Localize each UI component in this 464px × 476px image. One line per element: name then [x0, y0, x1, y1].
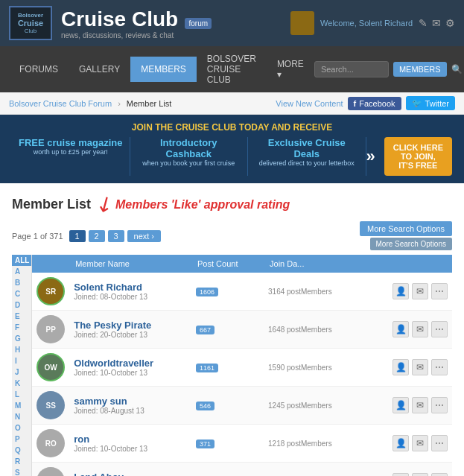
table-row: SSsammy sunJoined: 08-August 135461245 p… [32, 387, 452, 425]
action-icon-button[interactable]: 👤 [393, 435, 409, 451]
member-group[interactable]: Members [301, 326, 332, 334]
action-icon-button[interactable]: ⋯ [431, 397, 448, 413]
next-page-button[interactable]: next › [127, 230, 162, 242]
alpha-e[interactable]: E [12, 311, 31, 322]
member-group[interactable]: Members [301, 364, 332, 372]
posts-group-cell: 1218 postMembers [264, 425, 363, 463]
alpha-p[interactable]: P [12, 434, 31, 445]
action-icons: 👤✉⋯ [369, 321, 448, 337]
forum-badge: forum [185, 18, 212, 29]
mail-icon[interactable]: ✉ [432, 17, 441, 29]
alpha-l[interactable]: L [12, 389, 31, 400]
member-group[interactable]: Members [301, 288, 332, 296]
action-icons: 👤✉⋯ [369, 397, 448, 413]
action-icons: 👤✉⋯ [369, 473, 448, 476]
alpha-d[interactable]: D [12, 299, 31, 311]
alpha-m[interactable]: M [12, 400, 31, 411]
alpha-n[interactable]: N [12, 411, 31, 422]
action-icon-button[interactable]: ⋯ [431, 321, 448, 337]
action-icon-button[interactable]: ⋯ [431, 435, 448, 451]
alpha-g[interactable]: G [12, 333, 31, 344]
alpha-r[interactable]: R [12, 456, 31, 467]
alpha-c[interactable]: C [12, 288, 31, 299]
annotation-area: ↗ Members 'Like' approval rating [97, 192, 290, 217]
site-header: Bolsover Cruise Club Cruise Club forum n… [0, 0, 464, 46]
action-icon-button[interactable]: 👤 [393, 473, 409, 476]
action-icon-button[interactable]: ✉ [412, 321, 428, 337]
action-icon-button[interactable]: ✉ [412, 283, 428, 299]
cta-button[interactable]: CLICK HERE TO JOIN, IT'S FREE [384, 137, 452, 176]
twitter-button[interactable]: 🐦 Twitter [406, 96, 455, 110]
alpha-q[interactable]: Q [12, 445, 31, 456]
nav-bolsover[interactable]: BOLSOVER CRUISE CLUB [197, 46, 267, 92]
alpha-b[interactable]: B [12, 277, 31, 288]
avatar: LA [36, 467, 65, 476]
action-icon-button[interactable]: ⋯ [431, 473, 448, 476]
action-icon-button[interactable]: ✉ [412, 435, 428, 451]
search-icon[interactable]: 🔍 [451, 64, 463, 74]
member-info-cell: OldworldtravellerJoined: 10-October 13 [69, 349, 191, 387]
facebook-button[interactable]: f Facebook [348, 97, 401, 110]
nav-more[interactable]: MORE ▾ [267, 51, 314, 87]
action-icon-button[interactable]: 👤 [393, 359, 409, 375]
member-name[interactable]: Land Ahoy [74, 472, 187, 476]
action-icon-button[interactable]: 👤 [393, 321, 409, 337]
breadcrumb-home[interactable]: Bolsover Cruise Club Forum [9, 99, 112, 108]
breadcrumb-current: Member List [127, 99, 172, 108]
alpha-o[interactable]: O [12, 422, 31, 434]
page-2-button[interactable]: 2 [89, 230, 105, 242]
alpha-i[interactable]: I [12, 355, 31, 366]
post-count-cell: 1606 [191, 273, 264, 311]
post-count-text: 1245 post [268, 402, 301, 410]
member-group[interactable]: Members [301, 439, 332, 448]
col-member-name[interactable]: Member Name [69, 255, 191, 273]
action-icon-button[interactable]: ⋯ [431, 283, 448, 299]
page-1-button[interactable]: 1 [69, 230, 86, 242]
page-info: Page 1 of 371 [12, 232, 63, 241]
alpha-f[interactable]: F [12, 322, 31, 333]
action-icon-button[interactable]: ✉ [412, 397, 428, 413]
action-icon-button[interactable]: ✉ [412, 473, 428, 476]
search-input[interactable] [314, 61, 389, 77]
col-post-count[interactable]: Post Count [191, 255, 264, 273]
post-count-badge: 1161 [196, 364, 218, 372]
page-3-button[interactable]: 3 [108, 230, 124, 242]
more-search-options-button[interactable]: More Search Options [360, 221, 452, 236]
members-button[interactable]: MEMBERS [393, 62, 447, 77]
view-new-content-link[interactable]: View New Content [276, 99, 343, 108]
action-icon-button[interactable]: ⋯ [431, 359, 448, 375]
breadcrumb-right: View New Content f Facebook 🐦 Twitter [276, 96, 455, 110]
posts-group-cell: 1648 postMembers [264, 311, 363, 349]
alpha-j[interactable]: J [12, 366, 31, 378]
banner-col-magazine: FREE cruise magazine worth up to £25 per… [12, 137, 130, 176]
alpha-s[interactable]: S [12, 467, 31, 476]
settings-icon[interactable]: ⚙ [445, 17, 455, 29]
action-icon-button[interactable]: 👤 [393, 283, 409, 299]
nav-gallery[interactable]: GALLERY [69, 57, 130, 82]
edit-icon[interactable]: ✎ [419, 17, 428, 29]
member-meta: Joined: 10-October 13 [74, 369, 187, 377]
col-join-date[interactable]: Join Da... [264, 255, 363, 273]
site-logo[interactable]: Bolsover Cruise Club [9, 6, 52, 40]
alpha-a[interactable]: A [12, 266, 31, 277]
action-icon-button[interactable]: ✉ [412, 359, 428, 375]
member-name[interactable]: The Pesky Pirate [74, 320, 187, 331]
avatar-cell: SR [32, 273, 69, 311]
member-name[interactable]: Oldworldtraveller [74, 358, 187, 369]
action-icon-button[interactable]: 👤 [393, 397, 409, 413]
nav-members[interactable]: MEMBERS [130, 57, 197, 82]
posts-group-cell: 3164 postMembers [264, 273, 363, 311]
member-name[interactable]: sammy sun [74, 396, 187, 407]
member-name[interactable]: ron [74, 434, 187, 445]
more-search-options-button2[interactable]: More Search Options [370, 238, 453, 250]
banner-columns: FREE cruise magazine worth up to £25 per… [12, 137, 452, 176]
alpha-k[interactable]: K [12, 378, 31, 389]
member-group[interactable]: Members [301, 402, 332, 410]
member-name[interactable]: Solent Richard [74, 282, 187, 293]
nav-forums[interactable]: FORUMS [9, 57, 69, 82]
header-icons: ✎ ✉ ⚙ [419, 17, 455, 29]
alpha-all[interactable]: ALL [12, 255, 31, 266]
alpha-h[interactable]: H [12, 344, 31, 355]
post-count-text: 1590 post [268, 364, 301, 372]
twitter-label: Twitter [425, 99, 449, 108]
